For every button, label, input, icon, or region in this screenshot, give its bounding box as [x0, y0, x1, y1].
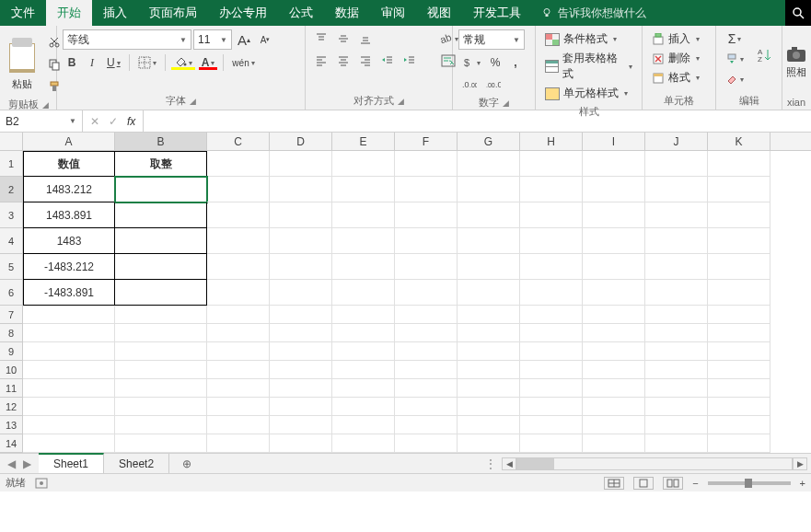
decrease-decimal-button[interactable]: .00.0 [482, 75, 504, 94]
cell-G10[interactable] [458, 361, 520, 379]
cell-G9[interactable] [458, 342, 520, 361]
cell-E1[interactable] [332, 151, 395, 177]
cell-G14[interactable] [458, 434, 520, 453]
select-all-corner[interactable] [0, 133, 23, 150]
cell-J6[interactable] [645, 280, 708, 306]
accounting-button[interactable]: $▾ [458, 53, 484, 72]
cell-D14[interactable] [270, 434, 332, 453]
cell-C1[interactable] [207, 151, 270, 177]
cell-F3[interactable] [395, 202, 458, 228]
cell-I11[interactable] [583, 379, 645, 398]
cell-B7[interactable] [115, 306, 207, 324]
cell-B3[interactable] [115, 202, 207, 228]
cell-I9[interactable] [583, 342, 645, 361]
cell-G5[interactable] [458, 254, 520, 280]
cell-C14[interactable] [207, 434, 270, 453]
font-name-selector[interactable]: 等线▼ [63, 29, 191, 50]
clear-button[interactable]: ▾ [722, 70, 747, 88]
cell-D2[interactable] [270, 177, 332, 202]
col-header-F[interactable]: F [395, 133, 458, 150]
cell-H12[interactable] [520, 398, 583, 416]
cell-F8[interactable] [395, 324, 458, 342]
delete-cells-button[interactable]: 删除▾ [648, 49, 703, 68]
col-header-E[interactable]: E [332, 133, 395, 150]
col-header-I[interactable]: I [583, 133, 645, 150]
cell-F2[interactable] [395, 177, 458, 202]
camera-icon[interactable] [785, 45, 807, 64]
cell-J8[interactable] [645, 324, 708, 342]
paste-button[interactable] [6, 29, 39, 75]
menu-office[interactable]: 办公专用 [208, 0, 278, 26]
cell-A1[interactable]: 数值 [23, 151, 115, 177]
cell-F5[interactable] [395, 254, 458, 280]
number-format-selector[interactable]: 常规▼ [458, 29, 525, 50]
col-header-B[interactable]: B [115, 133, 207, 150]
cell-D9[interactable] [270, 342, 332, 361]
cell-E3[interactable] [332, 202, 395, 228]
enter-icon[interactable]: ✓ [109, 115, 118, 128]
cell-A12[interactable] [23, 398, 115, 416]
format-as-table-button[interactable]: 套用表格格式▾ [541, 49, 636, 84]
sort-filter-button[interactable]: AZ [753, 31, 777, 79]
col-header-J[interactable]: J [645, 133, 708, 150]
cell-E5[interactable] [332, 254, 395, 280]
sheet-tab-1[interactable]: Sheet1 [39, 453, 104, 473]
cell-A9[interactable] [23, 342, 115, 361]
cell-H8[interactable] [520, 324, 583, 342]
font-size-selector[interactable]: 11▼ [193, 29, 232, 50]
cell-J13[interactable] [645, 416, 708, 434]
align-middle-button[interactable] [333, 29, 353, 48]
cell-K7[interactable] [708, 306, 770, 324]
cell-H1[interactable] [520, 151, 583, 177]
cell-J12[interactable] [645, 398, 708, 416]
sheet-tab-2[interactable]: Sheet2 [104, 454, 169, 473]
cell-C11[interactable] [207, 379, 270, 398]
cell-C2[interactable] [207, 177, 270, 202]
cell-G6[interactable] [458, 280, 520, 306]
tab-nav[interactable]: ◀ ▶ [0, 454, 39, 473]
cell-F4[interactable] [395, 228, 458, 254]
fill-button[interactable]: ▾ [722, 50, 747, 68]
cell-A8[interactable] [23, 324, 115, 342]
cell-I2[interactable] [583, 177, 645, 202]
cell-D1[interactable] [270, 151, 332, 177]
cell-J3[interactable] [645, 202, 708, 228]
cell-K1[interactable] [708, 151, 770, 177]
cell-H14[interactable] [520, 434, 583, 453]
cell-K12[interactable] [708, 398, 770, 416]
row-header-13[interactable]: 13 [0, 416, 23, 434]
cell-J4[interactable] [645, 228, 708, 254]
cell-F7[interactable] [395, 306, 458, 324]
menu-file[interactable]: 文件 [0, 0, 46, 26]
cell-D7[interactable] [270, 306, 332, 324]
cell-D6[interactable] [270, 280, 332, 306]
underline-button[interactable]: U▾ [103, 53, 124, 72]
row-header-6[interactable]: 6 [0, 280, 23, 306]
align-top-button[interactable] [311, 29, 331, 48]
italic-button[interactable]: I [83, 53, 101, 72]
insert-cells-button[interactable]: 插入▾ [648, 29, 703, 49]
menu-home[interactable]: 开始 [46, 0, 92, 26]
scroll-right-button[interactable]: ▶ [793, 457, 807, 470]
menu-review[interactable]: 审阅 [370, 0, 416, 26]
cell-G3[interactable] [458, 202, 520, 228]
menu-insert[interactable]: 插入 [92, 0, 138, 26]
cell-K5[interactable] [708, 254, 770, 280]
zoom-slider[interactable] [708, 481, 791, 485]
cell-H7[interactable] [520, 306, 583, 324]
tell-me[interactable]: 告诉我你想做什么 [532, 0, 655, 26]
cell-D10[interactable] [270, 361, 332, 379]
cell-C9[interactable] [207, 342, 270, 361]
cell-G1[interactable] [458, 151, 520, 177]
increase-decimal-button[interactable]: .0.00 [458, 75, 481, 94]
col-header-C[interactable]: C [207, 133, 270, 150]
cell-K10[interactable] [708, 361, 770, 379]
cell-H3[interactable] [520, 202, 583, 228]
cell-E2[interactable] [332, 177, 395, 202]
view-normal-button[interactable] [604, 477, 624, 490]
number-launcher-icon[interactable]: ◢ [503, 98, 509, 108]
cell-C6[interactable] [207, 280, 270, 306]
align-center-button[interactable] [333, 52, 353, 70]
row-header-8[interactable]: 8 [0, 324, 23, 342]
cell-I3[interactable] [583, 202, 645, 228]
